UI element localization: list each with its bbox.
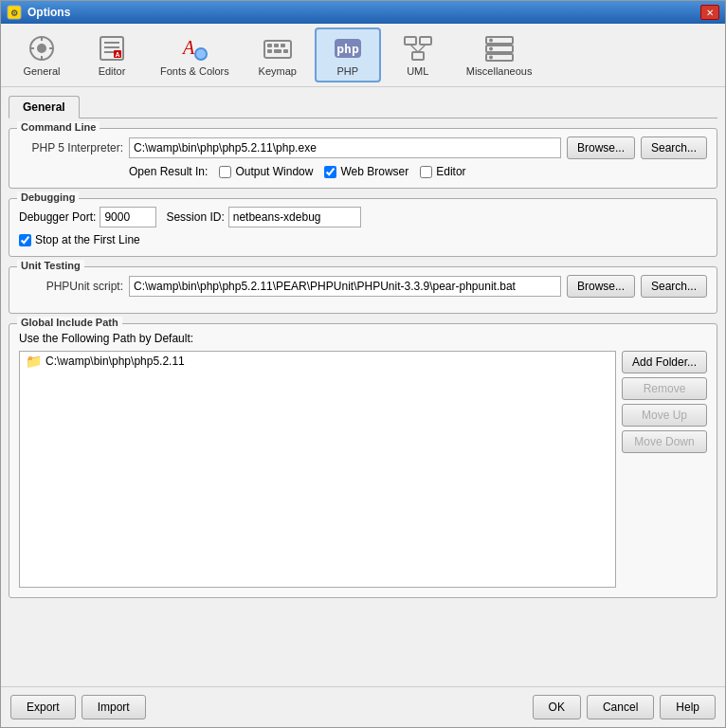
open-result-label: Open Result In: [129, 165, 208, 178]
uml-icon [403, 33, 433, 64]
stop-first-line-row: Stop at the First Line [19, 233, 707, 246]
toolbar-fonts-colors-label: Fonts & Colors [160, 65, 229, 77]
window-title: Options [27, 6, 70, 19]
session-id-field: Session ID: [166, 207, 360, 228]
toolbar-item-fonts-colors[interactable]: A Fonts & Colors [149, 27, 241, 82]
web-browser-checkbox[interactable] [324, 166, 336, 178]
path-value: C:\wamp\bin\php\php5.2.11 [45, 355, 185, 368]
web-browser-checkbox-label[interactable]: Web Browser [324, 165, 408, 178]
phpunit-search-button[interactable]: Search... [641, 275, 707, 298]
move-down-button[interactable]: Move Down [622, 430, 707, 453]
path-list[interactable]: 📁 C:\wamp\bin\php\php5.2.11 [19, 351, 616, 588]
stop-first-line-label: Stop at the First Line [35, 233, 140, 246]
bottom-bar: Export Import OK Cancel Help [1, 686, 725, 727]
session-id-label: Session ID: [166, 210, 224, 224]
svg-point-32 [489, 56, 493, 60]
toolbar-item-uml[interactable]: UML [385, 27, 451, 82]
move-up-button[interactable]: Move Up [622, 404, 707, 427]
import-button[interactable]: Import [82, 695, 146, 719]
web-browser-label: Web Browser [340, 165, 408, 178]
remove-button[interactable]: Remove [622, 377, 707, 400]
unit-testing-label: Unit Testing [17, 260, 84, 271]
export-button[interactable]: Export [10, 695, 76, 719]
php-search-button[interactable]: Search... [641, 136, 707, 159]
command-line-group: Command Line PHP 5 Interpreter: Browse..… [9, 128, 717, 189]
toolbar-general-label: General [23, 65, 60, 77]
output-window-checkbox-label[interactable]: Output Window [219, 165, 313, 178]
bottom-right-buttons: OK Cancel Help [533, 695, 716, 719]
title-bar-left: ⚙ Options [7, 5, 70, 20]
options-window: ⚙ Options ✕ General [0, 0, 726, 728]
toolbar-keymap-label: Keymap [259, 65, 297, 77]
miscellaneous-icon [484, 33, 515, 64]
debugger-port-input[interactable] [100, 207, 156, 228]
bottom-left-buttons: Export Import [10, 695, 146, 719]
svg-text:A: A [181, 37, 195, 58]
toolbar-item-php[interactable]: php PHP [315, 27, 381, 82]
php-interpreter-input[interactable] [129, 137, 561, 158]
add-folder-button[interactable]: Add Folder... [622, 351, 707, 373]
toolbar-miscellaneous-label: Miscellaneous [466, 65, 533, 77]
svg-rect-15 [274, 44, 279, 47]
help-button[interactable]: Help [660, 695, 716, 719]
fonts-colors-icon: A [179, 33, 209, 64]
svg-point-30 [489, 39, 493, 43]
php-interpreter-row: PHP 5 Interpreter: Browse... Search... [19, 136, 707, 159]
global-include-path-label: Global Include Path [17, 317, 122, 328]
title-controls: ✕ [700, 5, 719, 20]
path-buttons: Add Folder... Remove Move Up Move Down [622, 351, 707, 588]
toolbar-item-miscellaneous[interactable]: Miscellaneous [455, 27, 544, 82]
svg-text:⚙: ⚙ [10, 9, 18, 18]
svg-line-25 [410, 45, 418, 52]
output-window-checkbox[interactable] [219, 166, 231, 178]
session-id-input[interactable] [228, 207, 361, 228]
editor-checkbox-label[interactable]: Editor [420, 165, 465, 178]
tab-general[interactable]: General [9, 96, 80, 118]
svg-rect-19 [283, 49, 288, 53]
php-icon: php [333, 33, 363, 64]
keymap-icon [263, 33, 293, 64]
svg-text:php: php [336, 42, 359, 56]
svg-rect-16 [281, 44, 285, 47]
editor-label: Editor [436, 165, 465, 178]
svg-rect-22 [405, 37, 416, 45]
toolbar-uml-label: UML [407, 65, 428, 77]
debugging-label: Debugging [17, 191, 79, 203]
content-area: General Command Line PHP 5 Interpreter: … [1, 87, 725, 686]
php-browse-button[interactable]: Browse... [567, 136, 635, 159]
global-include-path-group: Global Include Path Use the Following Pa… [9, 323, 717, 598]
general-icon [27, 33, 57, 64]
path-list-item[interactable]: 📁 C:\wamp\bin\php\php5.2.11 [20, 352, 615, 371]
svg-line-26 [418, 45, 426, 52]
phpunit-browse-button[interactable]: Browse... [567, 275, 635, 298]
svg-point-3 [37, 44, 46, 53]
title-bar: ⚙ Options ✕ [1, 1, 725, 24]
path-list-container: 📁 C:\wamp\bin\php\php5.2.11 Add Folder..… [19, 351, 707, 588]
editor-checkbox[interactable] [420, 166, 432, 178]
stop-first-line-checkbox[interactable] [19, 234, 31, 246]
svg-rect-18 [274, 49, 281, 53]
close-button[interactable]: ✕ [700, 5, 719, 20]
window-icon: ⚙ [7, 5, 22, 20]
cancel-button[interactable]: Cancel [587, 695, 654, 719]
folder-icon: 📁 [26, 354, 42, 369]
debugger-port-field: Debugger Port: [19, 207, 156, 228]
svg-text:A: A [115, 51, 119, 58]
svg-rect-17 [267, 49, 272, 53]
svg-rect-24 [412, 52, 424, 60]
svg-point-12 [196, 49, 206, 59]
output-window-label: Output Window [235, 165, 313, 178]
toolbar-editor-label: Editor [99, 65, 126, 77]
phpunit-script-input[interactable] [129, 276, 561, 297]
svg-rect-14 [267, 44, 272, 47]
include-path-description: Use the Following Path by Default: [19, 332, 193, 345]
toolbar-php-label: PHP [336, 65, 358, 77]
toolbar-item-keymap[interactable]: Keymap [245, 27, 311, 82]
ok-button[interactable]: OK [533, 695, 581, 719]
toolbar-item-general[interactable]: General [9, 27, 75, 82]
toolbar-item-editor[interactable]: A Editor [79, 27, 145, 82]
phpunit-script-row: PHPUnit script: Browse... Search... [19, 275, 707, 298]
svg-rect-23 [420, 37, 431, 45]
debugger-port-label: Debugger Port: [19, 210, 96, 224]
tab-bar: General [9, 95, 717, 118]
